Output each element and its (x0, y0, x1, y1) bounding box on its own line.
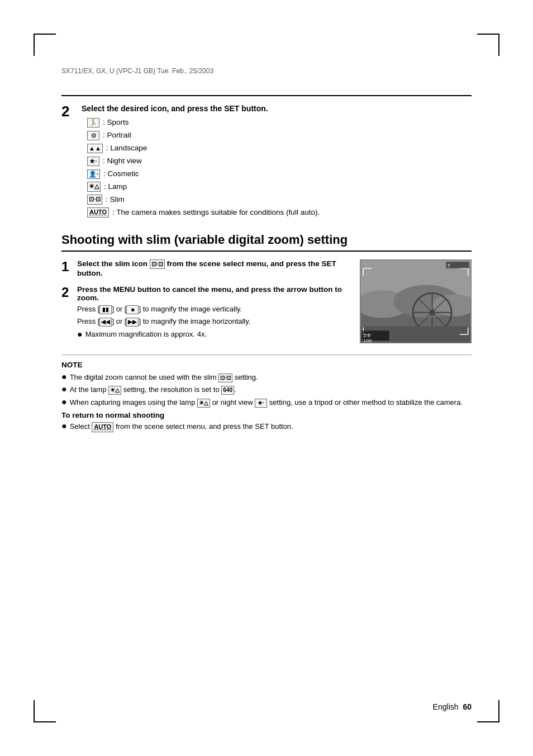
svg-text:5: 5 (448, 262, 450, 267)
slim-step1-row: 1 Select the slim icon ⊡·⊡ from the scen… (61, 259, 349, 277)
slim-step2-bullet: ● Maximum magnification is approx. 4x. (77, 330, 349, 339)
note-section: NOTE ● The digital zoom cannot be used w… (61, 355, 472, 432)
auto-icon-note: AUTO (92, 422, 113, 432)
slim-step2-bullet-text: Maximum magnification is approx. 4x. (85, 330, 207, 338)
square-icon: ■ (126, 305, 139, 314)
svg-rect-12 (360, 260, 470, 343)
bullet-dot: ● (61, 422, 67, 431)
slim-icon: ⊡·⊡ (87, 195, 102, 204)
slim-step1-number: 1 (61, 259, 75, 274)
slim-step2-number: 2 (61, 285, 75, 300)
list-item: AUTO : The camera makes settings suitabl… (87, 206, 472, 219)
lamp-icon-note: ☀△ (108, 386, 121, 395)
footer-page: 60 (463, 702, 472, 711)
step2-label: Select the desired icon, and press the S… (82, 104, 472, 113)
slim-steps-text: 1 Select the slim icon ⊡·⊡ from the scen… (61, 259, 349, 344)
slim-step2-sub2: Press [◀◀] or [▶▶] to magnify the image … (77, 317, 349, 327)
step2-scene-section: 2 Select the desired icon, and press the… (61, 104, 472, 219)
slim-icon-inline: ⊡·⊡ (150, 259, 165, 269)
section-heading: Shooting with slim (variable digital zoo… (61, 233, 472, 252)
note-list: ● The digital zoom cannot be used with t… (61, 372, 472, 408)
note-item-1-text: The digital zoom cannot be used with the… (70, 372, 258, 383)
slim-step1-text: Select the slim icon ⊡·⊡ from the scene … (77, 259, 336, 277)
slim-step1-content: Select the slim icon ⊡·⊡ from the scene … (77, 259, 349, 277)
note-sub-item: ● Select AUTO from the scene select menu… (61, 421, 472, 432)
list-item: ☀△ : Lamp (87, 181, 472, 193)
bullet-dot: ● (61, 385, 67, 394)
slim-label: : Slim (106, 193, 125, 206)
slim-step2-label: Press the MENU button to cancel the menu… (77, 285, 349, 302)
header-model: SX711/EX, GX, U (VPC-J1 GB) Tue. Feb., 2… (61, 67, 472, 75)
left-arrow-icon: ◀◀ (99, 318, 112, 327)
lamp-label: : Lamp (104, 181, 127, 193)
sports-label: : Sports (103, 116, 129, 129)
step2-content: Select the desired icon, and press the S… (82, 104, 472, 219)
auto-icon: AUTO (87, 207, 109, 217)
top-rule (61, 95, 472, 96)
bullet-dot: ● (61, 398, 67, 407)
cosmetic-label: : Cosmetic (103, 168, 139, 181)
nightview-icon-note: ★· (255, 399, 267, 408)
list-item: ▲▲ : Landscape (87, 142, 472, 155)
main-content: 2 Select the desired icon, and press the… (61, 95, 472, 694)
landscape-icon: ▲▲ (87, 144, 103, 153)
list-item: 🏃 : Sports (87, 116, 472, 129)
list-item: ★· : Night view (87, 155, 472, 168)
slim-step2-row: 2 Press the MENU button to cancel the me… (61, 285, 349, 339)
slim-icon-note: ⊡·⊡ (218, 374, 232, 382)
svg-text:1/30: 1/30 (363, 338, 372, 343)
slim-step2-content: Press the MENU button to cancel the menu… (77, 285, 349, 339)
camera-preview: 2·8 1/30 5 (360, 259, 472, 343)
pause-icon: ▮▮ (99, 305, 112, 314)
sports-icon: 🏃 (87, 118, 99, 127)
lamp-icon: ☀△ (87, 182, 101, 191)
note-item-2-text: At the lamp ☀△ setting, the resolution i… (70, 384, 236, 395)
right-arrow-icon: ▶▶ (126, 318, 139, 327)
bullet-dot: ● (77, 330, 83, 339)
note-item-3-text: When capturing images using the lamp ☀△ … (70, 397, 463, 408)
list-item: 👤· : Cosmetic (87, 168, 472, 181)
camera-preview-container: 2·8 1/30 5 (360, 259, 472, 344)
nightview-label: : Night view (103, 155, 142, 168)
note-title: NOTE (61, 361, 472, 369)
nightview-icon: ★· (87, 157, 99, 166)
note-item-1: ● The digital zoom cannot be used with t… (61, 372, 472, 383)
landscape-label: : Landscape (106, 142, 147, 155)
list-item: ⊙ : Portrait (87, 129, 472, 142)
bullet-dot: ● (61, 372, 67, 381)
list-item: ⊡·⊡ : Slim (87, 193, 472, 206)
note-item-3: ● When capturing images using the lamp ☀… (61, 397, 472, 408)
resolution-icon-note: 640 (221, 386, 234, 395)
scene-list: 🏃 : Sports ⊙ : Portrait ▲▲ : Landscape ★… (82, 116, 472, 219)
cosmetic-icon: 👤· (87, 169, 100, 179)
slim-steps-container: 1 Select the slim icon ⊡·⊡ from the scen… (61, 259, 472, 344)
page-footer: English 60 (433, 702, 472, 711)
step2-number: 2 (61, 104, 69, 119)
note-sub-heading: To return to normal shooting (61, 411, 472, 419)
portrait-label: : Portrait (103, 129, 131, 142)
portrait-icon: ⊙ (87, 131, 99, 140)
footer-lang: English (433, 702, 459, 711)
note-sub-list: ● Select AUTO from the scene select menu… (61, 421, 472, 432)
slim-step2-sub1: Press [▮▮] or [■] to magnify the image v… (77, 305, 349, 314)
lamp-icon-note2: ☀△ (197, 399, 210, 408)
note-item-2: ● At the lamp ☀△ setting, the resolution… (61, 384, 472, 395)
svg-text:2·8: 2·8 (363, 333, 370, 338)
auto-label: : The camera makes settings suitable for… (112, 206, 320, 219)
note-sub-item-text: Select AUTO from the scene select menu, … (70, 421, 293, 432)
